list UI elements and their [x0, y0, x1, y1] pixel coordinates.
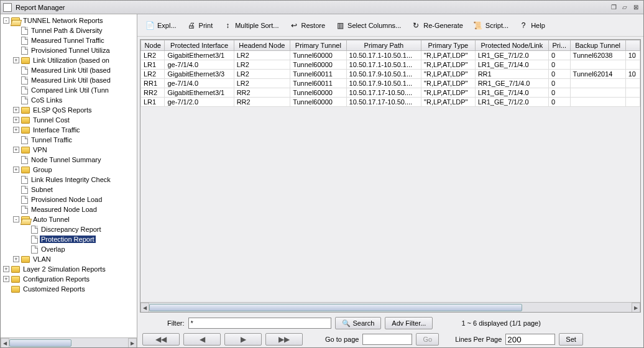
tree-toggle-icon[interactable]: + [13, 127, 19, 133]
toolbar-button[interactable]: 🖨Print [183, 18, 217, 33]
tree-node[interactable]: Node Tunnel Summary [1, 155, 137, 165]
tree-node[interactable]: Tunnel Traffic [1, 135, 137, 145]
tree-node[interactable]: -Auto Tunnel [1, 214, 137, 224]
column-header[interactable]: Node [141, 40, 165, 51]
first-page-button[interactable]: ◀◀ [142, 333, 180, 346]
tree-node[interactable]: Overlap [1, 244, 137, 254]
column-header[interactable]: Primary Tunnel [290, 40, 346, 51]
tree-toggle-icon[interactable]: + [3, 266, 9, 272]
tree-node[interactable]: Provisioned Node Load [1, 195, 137, 204]
last-page-button[interactable]: ▶▶ [265, 333, 303, 346]
go-button[interactable]: Go [416, 333, 439, 346]
tree-node[interactable]: +ELSP QoS Reports [1, 105, 137, 115]
table-row[interactable]: LR2GigabitEthernet3/3LR2Tunnel6001110.50… [141, 70, 640, 79]
tree-node[interactable]: +Group [1, 165, 137, 175]
window-close-icon[interactable]: ⊠ [631, 3, 641, 12]
set-button[interactable]: Set [559, 333, 583, 346]
tree-node[interactable]: Link Rules Integrity Check [1, 175, 137, 185]
toolbar-button[interactable]: 📜Script... [469, 18, 512, 33]
goto-page-input[interactable] [362, 334, 412, 345]
table-cell: Tunnel62038 [570, 51, 625, 60]
tree-node[interactable]: Measured Tunnel Traffic [1, 35, 137, 45]
toolbar-label: Script... [485, 22, 508, 29]
toolbar-button[interactable]: 📄Expl... [141, 18, 180, 33]
tree-node[interactable]: -TUNNEL Network Reports [1, 16, 137, 25]
tree-toggle-icon[interactable]: + [13, 256, 19, 262]
filter-input[interactable] [188, 318, 331, 329]
lines-per-page-input[interactable] [505, 334, 555, 345]
tree-toggle-icon[interactable]: + [13, 147, 19, 153]
search-button[interactable]: 🔍 Search [335, 317, 382, 329]
tree-node[interactable]: +Tunnel Cost [1, 115, 137, 125]
tree-node[interactable]: Subnet [1, 185, 137, 195]
sidebar-horizontal-scrollbar[interactable]: ◀ ▶ [1, 337, 137, 347]
tree-node-label: Protection Report [40, 236, 96, 243]
tree-node[interactable]: Customized Reports [1, 284, 137, 294]
file-icon [31, 226, 38, 234]
adv-filter-button[interactable]: Adv Filter... [385, 317, 433, 329]
scroll-right-icon[interactable]: ▶ [128, 338, 137, 347]
toolbar-button[interactable]: ▥Select Columns... [331, 18, 405, 33]
prev-page-button[interactable]: ◀ [183, 333, 221, 346]
tree-node-label: Measured Link Util (based [30, 66, 112, 74]
folder-icon [11, 17, 20, 24]
tree-node[interactable]: +Link Utilization (based on [1, 55, 137, 65]
window-maximize-icon[interactable]: ▱ [620, 3, 630, 12]
tree-node[interactable]: +VPN [1, 145, 137, 155]
folder-icon [21, 57, 30, 64]
tree-node[interactable]: +VLAN [1, 254, 137, 264]
table-cell: LR2 [234, 60, 290, 70]
tree-node[interactable]: Discrepancy Report [1, 224, 137, 234]
column-header[interactable]: Backup Tunnel [570, 40, 625, 51]
folder-icon [21, 107, 30, 114]
tree-toggle-icon[interactable]: - [3, 17, 9, 24]
table-row[interactable]: RR1ge-7/1/4.0LR2Tunnel6001110.50.17.9-10… [141, 79, 640, 88]
column-header[interactable]: Headend Node [234, 40, 290, 51]
table-row[interactable]: LR1ge-7/1/4.0LR2Tunnel6000010.50.17.1-10… [141, 60, 640, 70]
file-icon [21, 196, 28, 204]
table-row[interactable]: LR1ge-7/1/2.0RR2Tunnel6000010.50.17.17-1… [141, 98, 640, 107]
tree-node[interactable]: Protection Report [1, 234, 137, 244]
column-header[interactable]: Protected Node/Link [475, 40, 548, 51]
toolbar-button[interactable]: ↻Re-Generate [407, 18, 467, 33]
tree-node[interactable]: Tunnel Path & Diversity [1, 25, 137, 35]
tree-toggle-icon[interactable]: + [13, 57, 19, 63]
scroll-left-icon[interactable]: ◀ [1, 338, 9, 347]
scroll-right-icon[interactable]: ▶ [632, 303, 640, 313]
scroll-thumb[interactable] [9, 339, 71, 347]
tree-node[interactable]: +Configuration Reports [1, 274, 137, 284]
table-horizontal-scrollbar[interactable]: ◀ ▶ [140, 302, 640, 312]
column-header[interactable]: Pri... [549, 40, 570, 51]
toolbar-button[interactable]: ↩Restore [285, 18, 329, 33]
column-header[interactable]: Primary Type [421, 40, 476, 51]
file-icon [21, 86, 28, 94]
tree-toggle-icon[interactable]: + [13, 107, 19, 113]
tree-node[interactable]: Compared Link Util (Tunn [1, 85, 137, 95]
table-row[interactable]: LR2GigabitEthernet3/1LR2Tunnel6000010.50… [141, 51, 640, 60]
tree-toggle-icon[interactable]: + [3, 276, 9, 282]
scroll-left-icon[interactable]: ◀ [140, 303, 149, 313]
toolbar-button[interactable]: ↕Multiple Sort... [219, 18, 282, 33]
table-cell: Tunnel60000 [290, 60, 346, 70]
table-cell: 10 [625, 51, 640, 60]
next-page-button[interactable]: ▶ [224, 333, 262, 346]
tree-toggle-icon[interactable]: - [13, 216, 19, 222]
window-restore-icon[interactable]: ❐ [609, 3, 619, 12]
tree-node[interactable]: Measured Link Util (based [1, 75, 137, 85]
column-header[interactable]: Primary Path [346, 40, 421, 51]
folder-icon [21, 117, 30, 124]
column-header[interactable]: Protected Interface [165, 40, 234, 51]
tree-node[interactable]: +Interface Traffic [1, 125, 137, 135]
tree-node[interactable]: Measured Link Util (based [1, 65, 137, 75]
toolbar-button[interactable]: ?Help [515, 18, 549, 33]
column-header[interactable] [625, 40, 640, 51]
tree-toggle-icon[interactable]: + [13, 167, 19, 173]
table-row[interactable]: RR2GigabitEthernet3/1RR2Tunnel6000010.50… [141, 88, 640, 98]
tree-node[interactable]: +Layer 2 Simulation Reports [1, 264, 137, 274]
tree-node[interactable]: Measured Node Load [1, 204, 137, 214]
tree-node[interactable]: CoS Links [1, 95, 137, 105]
tree-node[interactable]: Provisioned Tunnel Utiliza [1, 45, 137, 55]
tree-toggle-icon[interactable]: + [13, 117, 19, 123]
tree-node-label: Tunnel Traffic [30, 136, 73, 144]
scroll-thumb[interactable] [149, 304, 522, 311]
